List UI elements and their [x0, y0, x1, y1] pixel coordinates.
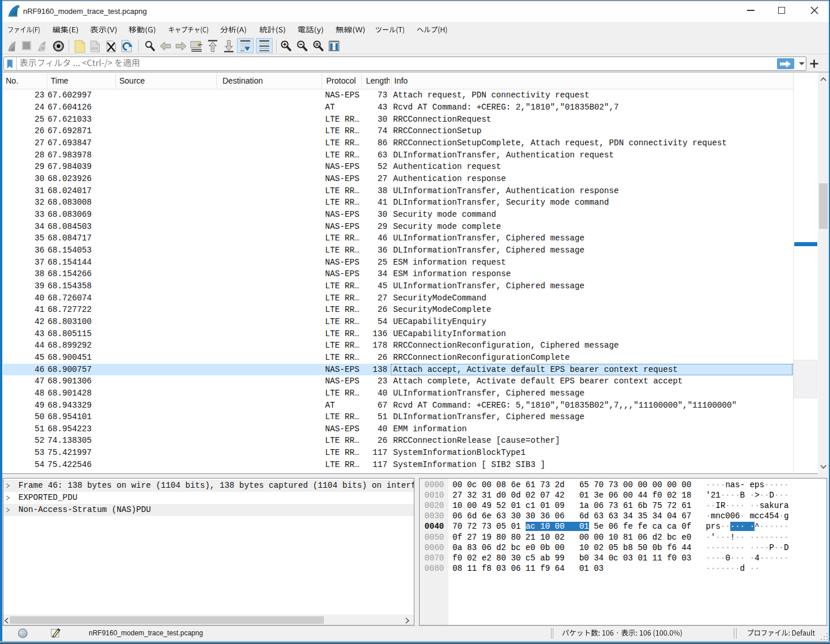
svg-text:010: 010 — [92, 47, 98, 51]
